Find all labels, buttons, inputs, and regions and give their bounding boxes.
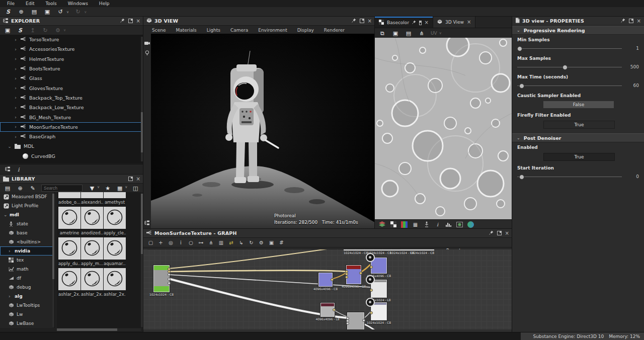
tab-3d-view[interactable]: 3D View ×	[433, 17, 475, 28]
material-thumbnail[interactable]	[81, 268, 103, 290]
lightbulb-icon[interactable]	[144, 50, 150, 57]
save-icon[interactable]: ▣	[391, 30, 399, 37]
slider-handle[interactable]	[562, 65, 568, 70]
pin-icon[interactable]	[621, 18, 625, 24]
copy-icon[interactable]: ▤	[405, 30, 413, 37]
layers-icon[interactable]	[379, 221, 385, 228]
toggle-button[interactable]: True	[543, 153, 615, 161]
library-nav-lwtooltips[interactable]: LwTooltips	[0, 301, 54, 310]
new-package-icon[interactable]: ⊕	[17, 9, 25, 15]
panel-toggle-icon[interactable]: ◫	[131, 185, 139, 192]
graph-node-dark-red[interactable]: 4096x4096 - L8	[320, 303, 335, 317]
view3d-menu-materials[interactable]: Materials	[171, 28, 201, 33]
marquee-select-icon[interactable]: ▢	[147, 240, 154, 245]
settings-icon[interactable]: ⚙	[54, 27, 62, 34]
explorer-item-torsotexture[interactable]: ›TorsoTexture	[0, 35, 143, 44]
material-thumbnail[interactable]	[58, 192, 80, 198]
chevron-down-icon[interactable]: ⌄	[8, 144, 12, 149]
chevron-right-icon[interactable]: ›	[14, 47, 18, 52]
slider-handle[interactable]	[519, 175, 524, 180]
slider-track[interactable]	[517, 177, 622, 177]
explorer-item-helmettexture[interactable]: ›HelmetTexture	[0, 54, 143, 64]
chevron-down-icon[interactable]: ∨	[66, 10, 69, 14]
menu-help[interactable]: Help	[94, 1, 115, 6]
preview-icon[interactable]: ▣	[268, 240, 275, 245]
node-pin[interactable]	[168, 278, 171, 281]
material-thumbnail[interactable]	[104, 237, 126, 260]
slider-track[interactable]	[517, 86, 622, 86]
chevron-right-icon[interactable]: ›	[14, 134, 18, 139]
library-nav-measured-bsdf[interactable]: Measured BSDF	[0, 192, 54, 201]
chevron-down-icon[interactable]: ⌄	[4, 212, 7, 217]
material-thumbnail[interactable]	[104, 207, 126, 229]
uv-select[interactable]: UV∨	[431, 31, 442, 36]
new-folder-icon[interactable]: ▤	[4, 185, 12, 192]
material-thumbnail[interactable]	[58, 237, 80, 260]
material-thumbnail[interactable]	[58, 268, 80, 290]
swap-icon[interactable]: ⇄	[228, 240, 234, 245]
chevron-down-icon[interactable]: ⌄	[517, 136, 520, 140]
save-icon[interactable]: ▣	[4, 27, 12, 34]
node-pin[interactable]	[168, 282, 171, 285]
close-icon[interactable]: ×	[467, 20, 471, 25]
node-pin[interactable]	[331, 278, 334, 281]
chevron-right-icon[interactable]: ›	[14, 76, 18, 81]
undo-icon[interactable]: ↺	[56, 9, 64, 15]
menu-tools[interactable]: Tools	[41, 1, 62, 6]
pin-icon[interactable]	[352, 18, 356, 24]
node-pin[interactable]	[346, 322, 349, 325]
library-nav-alg[interactable]: ›alg	[0, 292, 54, 301]
colorwheel-icon[interactable]	[467, 221, 474, 228]
info-icon[interactable]: i	[434, 221, 441, 228]
material-thumbnail[interactable]	[104, 192, 126, 198]
explorer-item-torso-mdl[interactable]: Torso_MDL	[0, 161, 143, 163]
library-thumbs-scrollbar[interactable]	[141, 194, 143, 327]
close-icon[interactable]: ×	[136, 19, 140, 24]
chevron-right-icon[interactable]: ›	[14, 124, 18, 129]
library-item-amethyst[interactable]: amethyst	[104, 192, 126, 207]
library-nav-mdl[interactable]: ⌄mdl	[0, 210, 54, 219]
chevron-right-icon[interactable]: ›	[9, 294, 12, 299]
node-pin[interactable]	[333, 308, 336, 311]
view3d-menu-environment[interactable]: Environment	[254, 28, 291, 33]
grid-view-icon[interactable]: ▦	[116, 185, 124, 192]
pin-icon[interactable]	[489, 230, 494, 236]
new-package-icon[interactable]: ⊕	[16, 185, 24, 192]
explorer-item-backpack-low-texture[interactable]: ›Backpack_Low_Texture	[0, 103, 143, 112]
node-pin[interactable]	[370, 311, 373, 314]
explorer-item-backpack-top-texture[interactable]: ›Backpack_Top_Texture	[0, 93, 143, 103]
graph-node-out-blue[interactable]: 4096x4096 - C8	[371, 258, 387, 274]
node-pin[interactable]	[345, 276, 348, 279]
viewport-3d[interactable]: Photoreal Iterations: 282/500 Time: 41s/…	[151, 34, 375, 229]
tree-small-icon[interactable]	[5, 166, 11, 173]
library-item-apply-du[interactable]: apply_du...	[58, 237, 80, 268]
pin-icon[interactable]	[412, 20, 416, 25]
explorer-item-glovestexture[interactable]: ›GlovesTexture	[0, 83, 143, 93]
frame-icon[interactable]: #	[278, 240, 285, 245]
explorer-scrollbar[interactable]	[141, 37, 143, 161]
float-window-icon[interactable]	[128, 177, 133, 181]
arrow-icon[interactable]: ↳	[238, 240, 245, 245]
wrench-icon[interactable]: ⚙	[258, 240, 265, 245]
open-folder-icon[interactable]: ▤	[30, 9, 38, 15]
chevron-down-icon[interactable]: ⌄	[517, 28, 520, 33]
close-icon[interactable]: ×	[368, 19, 372, 24]
view3d-menu-camera[interactable]: Camera	[226, 28, 253, 33]
thumbnail-icon[interactable]	[456, 221, 463, 228]
toggle-button[interactable]: True	[543, 121, 615, 129]
graph-node-out-white[interactable]: 1024x1024 - C8	[371, 302, 387, 320]
library-item-ametrine[interactable]: ametrine	[58, 207, 80, 237]
library-nav-debug[interactable]: debug	[0, 283, 54, 292]
library-nav-light-profile[interactable]: Light Profile	[0, 201, 54, 210]
section-progressive-rendering[interactable]: ⌄Progressive Rendering	[512, 26, 644, 35]
slider-handle[interactable]	[517, 46, 522, 51]
pan-icon[interactable]: +	[157, 240, 164, 245]
material-thumbnail[interactable]	[81, 192, 103, 198]
close-icon[interactable]: ×	[425, 20, 429, 25]
library-item-anodized[interactable]: anodized...	[81, 207, 103, 237]
tree-small-icon[interactable]	[144, 220, 150, 226]
material-thumbnail[interactable]	[58, 207, 80, 229]
grid-icon[interactable]: ▦	[412, 221, 419, 228]
columns-icon[interactable]: ▥	[218, 240, 224, 245]
tab-basecolor[interactable]: Basecolor ×	[375, 17, 433, 28]
